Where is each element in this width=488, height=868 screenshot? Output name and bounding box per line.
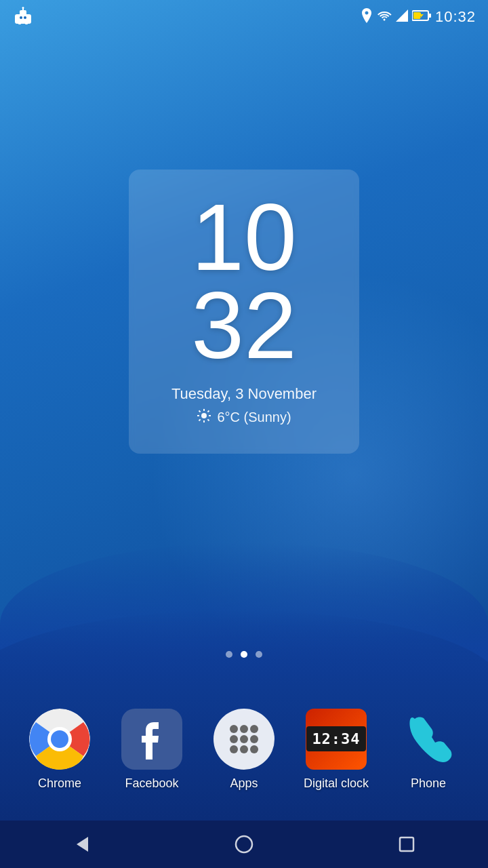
svg-rect-0 — [15, 14, 31, 24]
svg-rect-5 — [25, 21, 28, 24]
svg-rect-35 — [400, 837, 413, 851]
svg-point-24 — [230, 725, 238, 733]
recents-button[interactable] — [380, 827, 434, 861]
svg-line-18 — [208, 419, 209, 420]
digital-clock-icon: 12:34 — [306, 709, 367, 770]
svg-point-7 — [22, 7, 24, 9]
phone-label: Phone — [411, 776, 446, 791]
svg-point-32 — [250, 745, 258, 753]
wifi-icon — [377, 10, 392, 24]
svg-line-20 — [199, 419, 201, 420]
phone-app[interactable]: Phone — [391, 709, 466, 791]
clock-date: Tuesday, 3 November — [156, 385, 332, 403]
svg-point-31 — [240, 745, 248, 753]
svg-line-17 — [199, 411, 201, 412]
svg-rect-1 — [20, 10, 26, 16]
clock-minute: 32 — [156, 278, 332, 373]
svg-point-25 — [240, 725, 248, 733]
svg-point-30 — [230, 745, 238, 753]
svg-line-19 — [208, 411, 209, 412]
facebook-app[interactable]: Facebook — [115, 709, 189, 791]
chrome-icon — [29, 709, 90, 770]
weather-text: 6°C (Sunny) — [217, 410, 291, 425]
clock-widget: 10 32 Tuesday, 3 November 6°C (Sunny) — [129, 170, 359, 454]
back-button[interactable] — [54, 827, 108, 861]
page-dot-1 — [226, 651, 232, 658]
svg-marker-8 — [396, 9, 408, 22]
dock: Chrome Facebook Apps — [0, 678, 488, 821]
signal-icon — [396, 9, 408, 24]
svg-point-23 — [51, 730, 68, 748]
status-right: 10:32 — [361, 8, 476, 26]
svg-point-28 — [240, 735, 248, 743]
robot-icon — [12, 6, 34, 28]
clock-weather: 6°C (Sunny) — [156, 408, 332, 427]
svg-point-3 — [24, 16, 26, 19]
apps-app[interactable]: Apps — [207, 709, 281, 791]
phone-icon — [398, 709, 459, 770]
status-time: 10:32 — [435, 8, 476, 26]
svg-point-26 — [250, 725, 258, 733]
facebook-icon — [121, 709, 182, 770]
svg-point-12 — [201, 413, 207, 418]
page-indicators — [226, 651, 262, 658]
nav-bar — [0, 821, 488, 868]
digital-clock-label: Digital clock — [304, 776, 369, 791]
battery-icon — [412, 9, 431, 24]
status-left — [12, 6, 34, 28]
svg-rect-11 — [428, 14, 431, 18]
svg-rect-4 — [18, 21, 21, 24]
status-bar: 10:32 — [0, 0, 488, 34]
svg-point-2 — [20, 16, 22, 19]
home-button[interactable] — [217, 827, 271, 861]
svg-marker-33 — [77, 837, 88, 852]
digital-clock-app[interactable]: 12:34 Digital clock — [299, 709, 373, 791]
chrome-label: Chrome — [38, 776, 81, 791]
page-dot-2 — [241, 651, 247, 658]
svg-point-29 — [250, 735, 258, 743]
sun-icon — [197, 408, 211, 427]
clock-hour: 10 — [156, 190, 332, 285]
svg-point-34 — [236, 836, 252, 852]
svg-point-27 — [230, 735, 238, 743]
apps-icon — [214, 709, 274, 770]
location-icon — [361, 8, 373, 26]
page-dot-3 — [256, 651, 262, 658]
facebook-label: Facebook — [125, 776, 178, 791]
chrome-app[interactable]: Chrome — [22, 709, 97, 791]
apps-label: Apps — [230, 776, 258, 791]
